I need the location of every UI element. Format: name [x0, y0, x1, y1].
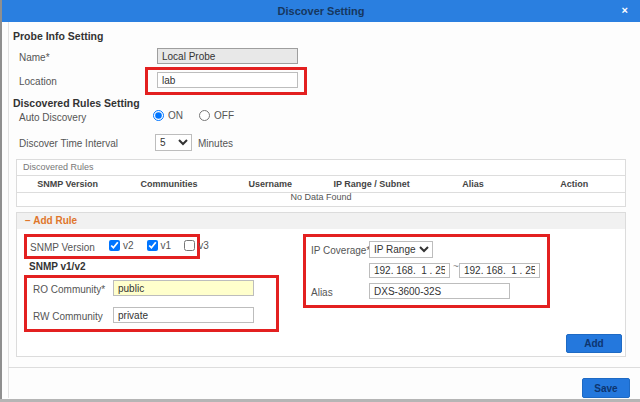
add-button[interactable]: Add	[566, 334, 622, 353]
column-header-ip-range: IP Range / Subnet	[321, 176, 422, 192]
table-empty-message: No Data Found	[17, 192, 625, 202]
ro-community-label: RO Community*	[33, 284, 105, 295]
auto-discovery-on-radio[interactable]	[153, 110, 164, 121]
discovered-rules-table-header: SNMP Version Communities Username IP Ran…	[17, 175, 625, 193]
snmp-v3-checkbox[interactable]	[184, 240, 195, 251]
name-label: Name*	[19, 52, 50, 63]
location-field[interactable]	[157, 72, 298, 88]
auto-off-label: OFF	[214, 110, 234, 121]
auto-on-label: ON	[168, 110, 183, 121]
dialog-title: Discover Setting	[278, 5, 365, 17]
snmp-v1-label: v1	[161, 240, 172, 251]
dialog-titlebar: Discover Setting ×	[2, 0, 640, 22]
column-header-username: Username	[220, 176, 321, 192]
close-icon[interactable]: ×	[622, 3, 628, 17]
discover-setting-dialog: Discover Setting × Probe Info Setting Na…	[0, 0, 640, 402]
interval-select[interactable]: 5	[155, 134, 192, 151]
alias-label: Alias	[311, 287, 333, 298]
ip-range-to-field[interactable]	[459, 263, 540, 278]
auto-discovery-radio-group: ON OFF	[153, 110, 234, 121]
dialog-left-edge	[0, 0, 2, 402]
rules-setting-section-title: Discovered Rules Setting	[13, 97, 140, 109]
rw-community-field[interactable]	[113, 307, 254, 323]
content-left-border	[8, 22, 9, 398]
column-header-action: Action	[524, 176, 625, 192]
alias-field[interactable]	[369, 283, 510, 299]
column-header-snmp-version: SNMP Version	[17, 176, 118, 192]
interval-label: Discover Time Interval	[19, 138, 118, 149]
add-rule-collapse-header[interactable]: − Add Rule	[17, 213, 625, 229]
snmp-v2-checkbox[interactable]	[109, 240, 120, 251]
auto-discovery-label: Auto Discovery	[19, 112, 86, 123]
add-rule-panel: − Add Rule SNMP Version v2 v1 v3 SNMP v1…	[16, 212, 626, 357]
auto-discovery-off-radio[interactable]	[199, 110, 210, 121]
snmp-v1v2-section-title: SNMP v1/v2	[29, 261, 86, 272]
snmp-v2-label: v2	[123, 240, 134, 251]
ip-coverage-label: IP Coverage*	[311, 245, 370, 256]
snmp-v1-checkbox[interactable]	[147, 240, 158, 251]
ip-range-from-field[interactable]	[369, 263, 450, 278]
save-button[interactable]: Save	[582, 378, 630, 398]
probe-info-section-title: Probe Info Setting	[13, 30, 103, 42]
snmp-version-label: SNMP Version	[30, 242, 95, 253]
column-header-alias: Alias	[422, 176, 523, 192]
snmp-v3-label: v3	[198, 240, 209, 251]
ip-coverage-type-select[interactable]: IP Range	[369, 241, 433, 258]
rw-community-label: RW Community	[33, 311, 103, 322]
location-label: Location	[19, 76, 57, 87]
discovered-rules-panel-title: Discovered Rules	[23, 162, 94, 172]
snmp-version-checkbox-group: v2 v1 v3	[109, 240, 218, 251]
footer-divider	[8, 367, 640, 368]
ip-range-separator: ~	[453, 261, 459, 272]
name-field	[157, 48, 298, 64]
column-header-communities: Communities	[118, 176, 219, 192]
interval-unit-label: Minutes	[198, 138, 233, 149]
discovered-rules-panel: Discovered Rules SNMP Version Communitie…	[16, 159, 626, 207]
ro-community-field[interactable]	[113, 280, 254, 296]
